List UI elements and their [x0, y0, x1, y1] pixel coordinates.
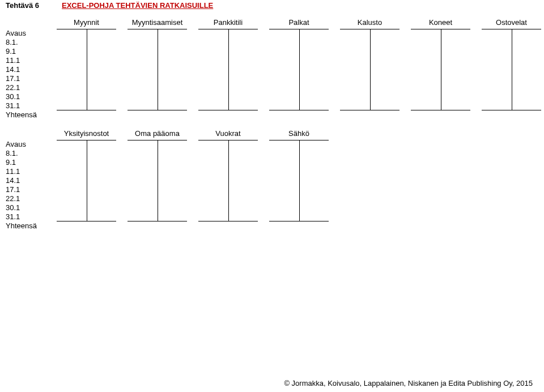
row-label: 31.1 [6, 101, 57, 110]
t-account: Palkat [269, 19, 329, 120]
t-account-title: Pankkitili [198, 19, 258, 29]
row-label: Yhteensä [6, 110, 57, 120]
row-label: 30.1 [6, 92, 57, 101]
t-account: Yksityisnostot [57, 130, 116, 231]
t-account-body [128, 140, 187, 221]
t-account-title: Myynnit [57, 19, 116, 29]
row-label: 22.1 [6, 83, 57, 92]
t-accounts-row: Myynnit Myyntisaamiset Pankkitili Palkat… [57, 19, 541, 120]
t-account: Oma pääoma [128, 130, 187, 231]
t-account-title: Oma pääoma [128, 130, 187, 140]
footer-copyright: © Jormakka, Koivusalo, Lappalainen, Nisk… [284, 379, 533, 387]
t-accounts-row: Yksityisnostot Oma pääoma Vuokrat Sähkö [57, 130, 329, 231]
t-account-title: Palkat [269, 19, 329, 29]
t-account-body [340, 29, 400, 110]
section-2: Avaus 8.1. 9.1 11.1 14.1 17.1 22.1 30.1 … [0, 120, 544, 231]
t-account-body [57, 140, 116, 221]
t-account-body [128, 29, 187, 110]
t-account-title: Yksityisnostot [57, 130, 116, 140]
t-account: Sähkö [269, 130, 329, 231]
t-account: Myynnit [57, 19, 116, 120]
t-account-body [57, 29, 116, 110]
t-account: Ostovelat [482, 19, 541, 120]
t-account-body [482, 29, 541, 110]
row-label: 14.1 [6, 65, 57, 74]
t-account-title: Vuokrat [198, 130, 258, 140]
row-label: 30.1 [6, 203, 57, 212]
t-account: Koneet [411, 19, 470, 120]
task-label: Tehtävä 6 [6, 1, 39, 10]
t-account-body [269, 140, 329, 221]
row-label: 11.1 [6, 56, 57, 65]
row-label: 14.1 [6, 176, 57, 185]
t-account-body [198, 29, 258, 110]
row-label: 8.1. [6, 38, 57, 47]
t-account-title: Koneet [411, 19, 470, 29]
t-account-title: Myyntisaamiset [128, 19, 187, 29]
t-account-title: Kalusto [340, 19, 400, 29]
t-account-title: Ostovelat [482, 19, 541, 29]
t-account: Vuokrat [198, 130, 258, 231]
row-label: 31.1 [6, 212, 57, 221]
t-account: Pankkitili [198, 19, 258, 120]
t-account-body [198, 140, 258, 221]
t-account: Kalusto [340, 19, 400, 120]
t-account-title: Sähkö [269, 130, 329, 140]
row-label: 11.1 [6, 167, 57, 176]
row-label: 17.1 [6, 185, 57, 194]
row-label: 9.1 [6, 158, 57, 167]
t-account-body [269, 29, 329, 110]
page-title: EXCEL-POHJA TEHTÄVIEN RATKAISUILLE [62, 1, 213, 10]
row-label: Avaus [6, 140, 57, 149]
row-labels: Avaus 8.1. 9.1 11.1 14.1 17.1 22.1 30.1 … [6, 130, 57, 231]
page-header: Tehtävä 6 EXCEL-POHJA TEHTÄVIEN RATKAISU… [0, 0, 544, 14]
row-label: 8.1. [6, 149, 57, 158]
row-label: Avaus [6, 29, 57, 38]
row-label: 22.1 [6, 194, 57, 203]
row-label: 9.1 [6, 47, 57, 56]
t-account: Myyntisaamiset [128, 19, 187, 120]
section-1: Avaus 8.1. 9.1 11.1 14.1 17.1 22.1 30.1 … [0, 14, 544, 120]
row-label: 17.1 [6, 74, 57, 83]
t-account-body [411, 29, 470, 110]
row-labels: Avaus 8.1. 9.1 11.1 14.1 17.1 22.1 30.1 … [6, 19, 57, 120]
row-label: Yhteensä [6, 221, 57, 231]
